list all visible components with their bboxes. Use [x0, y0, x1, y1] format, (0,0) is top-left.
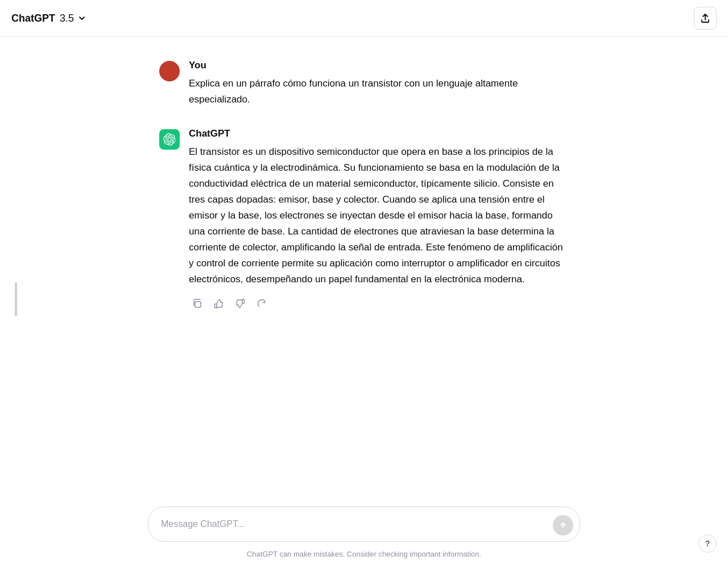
svg-rect-0: [195, 302, 201, 307]
assistant-sender-label: ChatGPT: [189, 128, 569, 139]
send-button[interactable]: [553, 515, 573, 536]
share-button[interactable]: [694, 7, 717, 30]
user-message: You Explica en un párrafo cómo funciona …: [159, 60, 569, 108]
user-sender-label: You: [189, 60, 569, 71]
app-name: ChatGPT: [11, 13, 55, 24]
help-button[interactable]: ?: [698, 534, 717, 553]
user-message-text: Explica en un párrafo cómo funciona un t…: [189, 76, 569, 108]
chat-area: You Explica en un párrafo cómo funciona …: [0, 37, 728, 497]
user-avatar: [159, 61, 180, 81]
copy-icon[interactable]: [189, 296, 205, 312]
version-dropdown-icon[interactable]: [77, 14, 86, 23]
chatgpt-avatar: [159, 129, 180, 150]
input-area: ChatGPT can make mistakes. Consider chec…: [0, 497, 728, 564]
assistant-message-body: ChatGPT El transistor es un dispositivo …: [189, 128, 569, 311]
regenerate-icon[interactable]: [254, 296, 270, 312]
version-label: 3.5: [60, 13, 74, 24]
action-row: [189, 296, 569, 312]
thumbs-down-icon[interactable]: [232, 296, 248, 312]
chat-content: You Explica en un párrafo cómo funciona …: [148, 60, 580, 332]
disclaimer-text: ChatGPT can make mistakes. Consider chec…: [247, 550, 481, 558]
input-wrapper: [148, 507, 580, 544]
scroll-indicator: [15, 282, 17, 316]
message-input[interactable]: [148, 507, 580, 542]
assistant-message: ChatGPT El transistor es un dispositivo …: [159, 128, 569, 311]
thumbs-up-icon[interactable]: [210, 296, 226, 312]
header: ChatGPT 3.5: [0, 0, 728, 37]
header-left: ChatGPT 3.5: [11, 13, 86, 24]
user-message-body: You Explica en un párrafo cómo funciona …: [189, 60, 569, 108]
assistant-message-text: El transistor es un dispositivo semicond…: [189, 144, 569, 287]
